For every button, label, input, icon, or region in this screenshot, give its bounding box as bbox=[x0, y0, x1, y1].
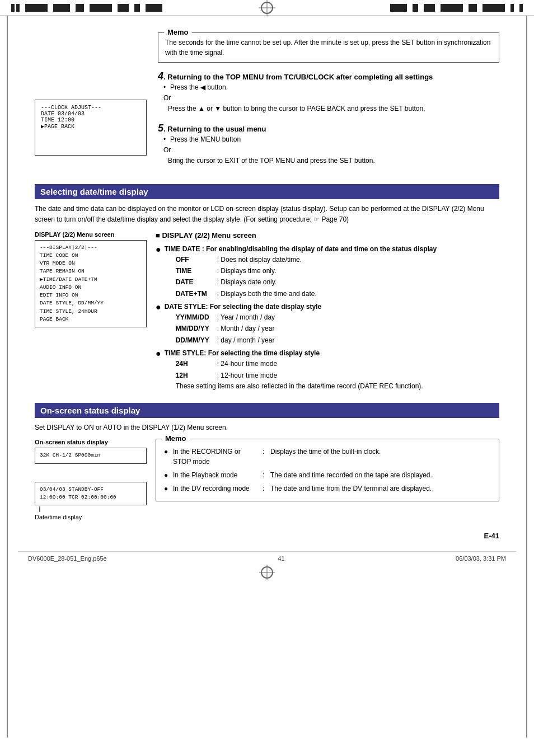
dms-line-3: TAPE REMAIN ON bbox=[40, 267, 142, 275]
step-4-block: 4. Returning to the TOP MENU from TC/UB/… bbox=[158, 71, 499, 115]
date-style-mm: MM/DD/YY : Month / day / year bbox=[176, 323, 322, 334]
memo-box-1: Memo The seconds for the time cannot be … bbox=[158, 32, 499, 63]
time-style-subitems: 24H : 24-hour time mode 12H : 12-hour ti… bbox=[176, 358, 423, 381]
bar-seg bbox=[146, 4, 162, 12]
top-bar-left-segments bbox=[11, 4, 162, 12]
time-date-off: OFF : Does not display date/time. bbox=[176, 254, 437, 265]
section-onscreen-header: On-screen status display bbox=[35, 403, 499, 418]
section-datetime-header: Selecting date/time display bbox=[35, 184, 499, 199]
onscreen-lower-line-0: 03/04/03 STANDBY-OFF bbox=[40, 486, 142, 494]
date-style-mm-val: : Month / day / year bbox=[217, 323, 275, 334]
bar-seg bbox=[413, 4, 418, 12]
time-date-time: TIME : Displays time only. bbox=[176, 265, 437, 276]
date-style-dd-key: DD/MM/YY bbox=[176, 335, 215, 346]
step-5-header: 5. Returning to the usual menu bbox=[158, 123, 499, 134]
section-datetime-title: Selecting date/time display bbox=[40, 187, 148, 196]
bar-seg bbox=[118, 4, 129, 12]
screen-gap bbox=[35, 466, 147, 482]
memo-text-1: The seconds for the time cannot be set u… bbox=[165, 37, 492, 58]
memo-bullet-1: ● bbox=[163, 468, 172, 482]
bar-seg bbox=[134, 4, 140, 12]
date-style-dd-val: : day / month / year bbox=[217, 335, 275, 346]
step-5-number: 5 bbox=[158, 123, 163, 134]
page-number: E-41 bbox=[35, 532, 499, 540]
step-5-block: 5. Returning to the usual menu Press the… bbox=[158, 123, 499, 167]
bottom-crosshair-container bbox=[18, 564, 516, 581]
dms-line-8: TIME STYLE, 24HOUR bbox=[40, 308, 142, 316]
bottom-crosshair-icon bbox=[261, 566, 273, 579]
footer-right: 06/03/03, 3:31 PM bbox=[456, 555, 506, 562]
date-style-subitems: YY/MM/DD : Year / month / day MM/DD/YY :… bbox=[176, 312, 322, 346]
bullet-dot-3: ● bbox=[156, 348, 161, 359]
time-date-datetm: DATE+TM : Displays both the time and dat… bbox=[176, 288, 437, 299]
time-date-date: DATE : Displays date only. bbox=[176, 276, 437, 288]
step-4-or: Or bbox=[163, 93, 499, 104]
date-style-dd: DD/MM/YY : day / month / year bbox=[176, 335, 322, 346]
time-date-datetm-val: : Displays both the time and date. bbox=[217, 288, 317, 299]
memo-bullet-2: ● bbox=[163, 482, 172, 495]
dms-line-7: DATE STYLE, DD/MM/YY bbox=[40, 299, 142, 307]
status-left-col: On-screen status display 32K CH-1/2 SP00… bbox=[35, 439, 147, 520]
step-5-sub: Bring the cursor to EXIT of the TOP MENU… bbox=[168, 156, 499, 166]
onscreen-upper-screen: 32K CH-1/2 SP000min bbox=[35, 448, 147, 463]
display-right-col: ■ DISPLAY (2/2) Menu screen ● TIME DATE … bbox=[156, 231, 499, 395]
time-date-datetm-key: DATE+TM bbox=[176, 288, 215, 299]
time-date-date-key: DATE bbox=[176, 276, 215, 288]
time-date-subitems: OFF : Does not display date/time. TIME :… bbox=[176, 254, 437, 300]
footer-bar: DV6000E_28-051_Eng.p65e 41 06/03/03, 3:3… bbox=[18, 551, 516, 564]
cursor-indicator bbox=[39, 506, 147, 512]
onscreen-upper-line-0: 32K CH-1/2 SP000min bbox=[40, 452, 142, 459]
top-bar-right-segments bbox=[390, 4, 523, 12]
bullet-dot-1: ● bbox=[156, 244, 161, 255]
memo-label-2: In the DV recording mode bbox=[172, 482, 261, 495]
bullet-date-style-label: DATE STYLE: For selecting the date displ… bbox=[165, 303, 322, 311]
crosshair-circle bbox=[261, 2, 273, 14]
time-date-off-val: : Does not display date/time. bbox=[217, 254, 302, 265]
time-date-date-val: : Displays date only. bbox=[217, 276, 277, 288]
memo-title-1: Memo bbox=[164, 28, 192, 36]
time-date-off-key: OFF bbox=[176, 254, 215, 265]
main-content: ---CLOCK ADJUST--- DATE 03/04/03 TIME 12… bbox=[18, 21, 516, 551]
display-menu-label: DISPLAY (2/2) Menu screen bbox=[35, 231, 147, 238]
memo-desc-2: The date and time from the DV terminal a… bbox=[269, 482, 492, 495]
bullet-time-style-content: TIME STYLE: For selecting the time displ… bbox=[165, 348, 423, 392]
page-num-text: E-41 bbox=[484, 532, 499, 540]
display-menu-right-label: ■ DISPLAY (2/2) Menu screen bbox=[156, 231, 499, 240]
dms-line-9: PAGE BACK bbox=[40, 316, 142, 323]
step-4-bullet-1: Press the ◀ button. bbox=[163, 82, 499, 93]
bar-seg bbox=[519, 4, 523, 12]
memo-label-0: In the RECORDING or STOP mode bbox=[172, 445, 261, 468]
bar-seg bbox=[16, 4, 20, 12]
memo-colon-1: : bbox=[261, 468, 269, 482]
dms-line-6: EDIT INFO ON bbox=[40, 292, 142, 299]
memo-box-2: Memo ● In the RECORDING or STOP mode : D… bbox=[156, 439, 499, 501]
clock-screen: ---CLOCK ADJUST--- DATE 03/04/03 TIME 12… bbox=[35, 100, 147, 156]
step-4-number: 4 bbox=[158, 71, 163, 82]
memo-title-2: Memo bbox=[162, 434, 190, 443]
display-two-col: DISPLAY (2/2) Menu screen ---DISPLAY|2/2… bbox=[35, 231, 499, 395]
onscreen-lower-line-1: 12:00:00 TCR 02:00:00:00 bbox=[40, 494, 142, 501]
step-4-list: Press the ◀ button. bbox=[163, 82, 499, 93]
date-style-mm-key: MM/DD/YY bbox=[176, 323, 215, 334]
step-5-title: Returning to the usual menu bbox=[167, 125, 266, 133]
time-style-24h-key: 24H bbox=[176, 358, 215, 369]
memo-colon-2: : bbox=[261, 482, 269, 495]
bar-seg bbox=[483, 4, 505, 12]
date-style-yy-val: : Year / month / day bbox=[217, 312, 275, 323]
bar-seg bbox=[441, 4, 463, 12]
dms-line-4: ▶TIME/DATE DATE+TM bbox=[40, 276, 142, 284]
top-bar bbox=[0, 0, 534, 16]
time-style-12h-key: 12H bbox=[176, 370, 215, 381]
onscreen-caption: Date/time display bbox=[35, 514, 147, 520]
clock-line-4: ▶PAGE BACK bbox=[41, 123, 140, 130]
section-datetime-desc: The date and time data can be displayed … bbox=[35, 204, 499, 225]
bar-seg bbox=[53, 4, 70, 12]
time-style-note: These setting items are also reflected i… bbox=[176, 381, 423, 392]
bullet-time-date: ● TIME DATE : For enabling/disabling the… bbox=[156, 244, 499, 300]
top-section: ---CLOCK ADJUST--- DATE 03/04/03 TIME 12… bbox=[35, 32, 499, 174]
display-menu-screen: ---DISPLAY|2/2|--- TIME CODE ON VTR MODE… bbox=[35, 240, 147, 328]
bar-seg bbox=[510, 4, 514, 12]
memo-row-0: ● In the RECORDING or STOP mode : Displa… bbox=[163, 445, 492, 468]
dms-line-5: AUDIO INFO ON bbox=[40, 284, 142, 292]
memo-colon-0: : bbox=[261, 445, 269, 468]
